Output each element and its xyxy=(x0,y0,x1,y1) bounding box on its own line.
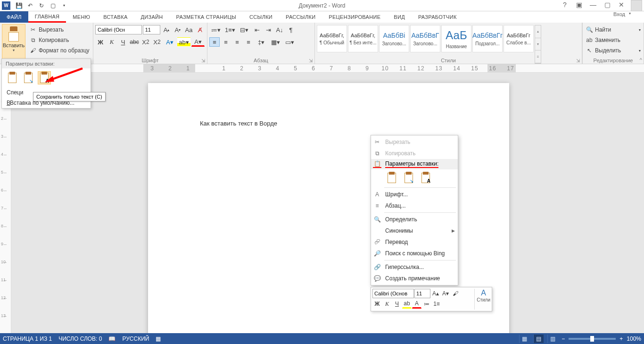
mini-font-size[interactable]: 11 xyxy=(414,289,430,298)
redo-icon[interactable]: ↻ xyxy=(37,1,46,10)
mini-underline-button[interactable]: Ч xyxy=(392,299,402,309)
change-case-icon[interactable]: Aa xyxy=(184,25,194,34)
strikethrough-button[interactable]: abc xyxy=(129,37,140,47)
ribbon-display-icon[interactable]: ▣ xyxy=(572,0,586,9)
font-name-combo[interactable]: Calibri (Осн xyxy=(95,25,142,34)
sign-in-dropdown-icon[interactable]: ▾ xyxy=(629,11,631,16)
mini-format-painter-icon[interactable]: 🖌 xyxy=(451,289,460,298)
font-size-combo[interactable]: 11 xyxy=(143,25,161,34)
paste-text-only[interactable]: A xyxy=(38,71,51,84)
tab-developer[interactable]: РАЗРАБОТЧИК xyxy=(412,11,463,23)
shading-button[interactable]: ▦▾ xyxy=(269,37,282,47)
mini-bullets-button[interactable]: ≔ xyxy=(422,299,431,309)
view-web-icon[interactable]: ▥ xyxy=(547,335,558,343)
superscript-button[interactable]: X2 xyxy=(152,37,162,47)
undo-icon[interactable]: ↶ xyxy=(25,1,35,10)
sort-button[interactable]: A↓ xyxy=(274,25,285,34)
grow-font-icon[interactable]: A▴ xyxy=(161,25,172,34)
view-read-icon[interactable]: ▦ xyxy=(519,335,529,343)
dialog-launcher-icon[interactable]: ⇲ xyxy=(201,58,206,63)
ctx-synonyms[interactable]: Синонимы▶ xyxy=(371,225,458,236)
tab-menu[interactable]: Меню xyxy=(66,11,97,23)
borders-button[interactable]: ▭▾ xyxy=(283,37,296,47)
style-tile[interactable]: АаБбВвГгПодзагол... xyxy=(472,25,503,52)
mini-highlight-button[interactable]: ab xyxy=(402,299,412,309)
mini-font-color-button[interactable]: A xyxy=(412,299,421,309)
ctx-paste-text-only[interactable]: A xyxy=(419,171,432,185)
spellcheck-icon[interactable]: 📖 xyxy=(108,336,116,342)
sign-in-link[interactable]: Вход xyxy=(613,11,625,17)
highlight-button[interactable]: ab▾ xyxy=(177,37,190,47)
justify-button[interactable]: ≡ xyxy=(243,37,254,47)
find-button[interactable]: 🔍Найти▾ xyxy=(586,25,641,34)
language-indicator[interactable]: РУССКИЙ xyxy=(122,336,149,342)
chevron-down-icon[interactable]: ▾ xyxy=(13,48,15,52)
ctx-font[interactable]: AШрифт... xyxy=(371,189,458,200)
multilevel-button[interactable]: ⊟▾ xyxy=(238,25,251,34)
paste-button[interactable]: Вставить ▾ xyxy=(2,24,25,62)
tab-references[interactable]: ССЫЛКИ xyxy=(243,11,279,23)
help-icon[interactable]: ? xyxy=(558,0,571,9)
mini-italic-button[interactable]: К xyxy=(382,299,392,309)
tab-view[interactable]: ВИД xyxy=(387,11,412,23)
tab-insert[interactable]: ВСТАВКА xyxy=(97,11,134,23)
document-text[interactable]: Как вставить текст в Ворде xyxy=(200,120,277,127)
tab-file[interactable]: ФАЙЛ xyxy=(0,11,28,23)
ctx-paste-merge-formatting[interactable]: ↘ xyxy=(402,171,415,185)
subscript-button[interactable]: X2 xyxy=(140,37,151,47)
style-tile[interactable]: АаБбВвГгСлабое в... xyxy=(504,25,534,52)
tab-layout[interactable]: РАЗМЕТКА СТРАНИЦЫ xyxy=(170,11,243,23)
align-right-button[interactable]: ≡ xyxy=(232,37,242,47)
close-button[interactable]: ✕ xyxy=(615,0,628,9)
mini-styles-button[interactable]: A Стили xyxy=(474,289,490,310)
align-center-button[interactable]: ≡ xyxy=(221,37,231,47)
ctx-bing-search[interactable]: 🔎Поиск с помощью Bing xyxy=(371,248,458,259)
macro-icon[interactable]: ▦ xyxy=(156,336,161,342)
cut-button[interactable]: ✂Вырезать xyxy=(29,25,90,34)
tab-design[interactable]: ДИЗАЙН xyxy=(134,11,170,23)
mini-grow-font-icon[interactable]: A▴ xyxy=(431,289,440,298)
italic-button[interactable]: К xyxy=(107,37,117,47)
shrink-font-icon[interactable]: A▾ xyxy=(173,25,183,34)
page-indicator[interactable]: СТРАНИЦА 1 ИЗ 1 xyxy=(3,336,52,342)
dialog-launcher-icon[interactable]: ⇲ xyxy=(576,58,581,63)
style-tile[interactable]: АаБНазвание xyxy=(441,25,471,52)
maximize-button[interactable]: ▢ xyxy=(601,0,614,9)
style-tile[interactable]: АаБбВвГг,¶ Обычный xyxy=(317,25,347,52)
bold-button[interactable]: Ж xyxy=(95,37,106,47)
underline-button[interactable]: Ч xyxy=(118,37,128,47)
collapse-ribbon-icon[interactable]: ^ xyxy=(640,57,642,63)
format-painter-button[interactable]: 🖌Формат по образцу xyxy=(29,46,90,55)
font-color-button[interactable]: A▾ xyxy=(191,37,205,47)
increase-indent-button[interactable]: ⇥ xyxy=(263,25,273,34)
clear-format-icon[interactable]: A̸ xyxy=(195,25,205,34)
tab-review[interactable]: РЕЦЕНЗИРОВАНИЕ xyxy=(322,11,387,23)
zoom-in-button[interactable]: + xyxy=(619,336,623,342)
numbering-button[interactable]: 1≡▾ xyxy=(223,25,237,34)
qat-customize-icon[interactable]: ▾ xyxy=(59,1,69,10)
decrease-indent-button[interactable]: ⇤ xyxy=(252,25,262,34)
word-count[interactable]: ЧИСЛО СЛОВ: 0 xyxy=(58,336,102,342)
ctx-paste-keep-formatting[interactable] xyxy=(385,171,398,185)
ctx-new-comment[interactable]: 💬Создать примечание xyxy=(371,273,458,284)
zoom-level[interactable]: 100% xyxy=(627,336,641,342)
ctx-copy[interactable]: ⧉Копировать xyxy=(371,148,458,159)
style-tile[interactable]: АаБбВіЗаголово... xyxy=(379,25,409,52)
minimize-button[interactable]: — xyxy=(586,0,600,9)
replace-button[interactable]: abЗаменить xyxy=(586,35,641,45)
text-effects-button[interactable]: A▾ xyxy=(163,37,176,47)
select-button[interactable]: ↖Выделить▾ xyxy=(586,46,641,55)
bullets-button[interactable]: ≔▾ xyxy=(209,25,223,34)
show-marks-button[interactable]: ¶ xyxy=(286,25,296,34)
paste-keep-formatting[interactable] xyxy=(6,71,19,84)
line-spacing-button[interactable]: ‡▾ xyxy=(255,37,268,47)
mini-font-name[interactable]: Calibri (Основ xyxy=(372,289,414,298)
dialog-launcher-icon[interactable]: ⇲ xyxy=(309,58,314,63)
mini-shrink-font-icon[interactable]: A▾ xyxy=(441,289,450,298)
zoom-out-button[interactable]: − xyxy=(561,336,565,342)
copy-button[interactable]: ⧉Копировать xyxy=(29,35,90,45)
ctx-hyperlink[interactable]: 🔗Гиперссылка... xyxy=(371,261,458,273)
paste-merge-formatting[interactable]: ↘ xyxy=(22,71,35,84)
save-icon[interactable]: 💾 xyxy=(14,1,24,10)
ctx-paragraph[interactable]: ≡Абзац... xyxy=(371,200,458,211)
